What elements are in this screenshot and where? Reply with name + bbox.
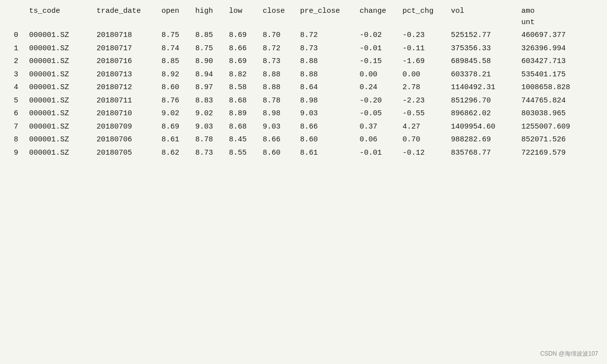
cell-low: 8.58 [225,81,258,95]
table-row: 8000001.SZ201807068.618.788.458.668.600.… [10,133,597,147]
col-header-index [10,5,25,29]
cell-change: -0.02 [356,29,398,42]
cell-vol: 603378.21 [447,68,517,82]
cell-close: 8.88 [259,81,296,95]
cell-amount: 803038.965 [517,107,597,121]
cell-low: 8.55 [225,147,258,160]
cell-ts_code: 000001.SZ [25,121,93,134]
cell-index: 5 [10,95,25,108]
cell-change: -0.01 [356,147,398,160]
cell-trade_date: 20180716 [93,55,158,68]
cell-open: 8.61 [158,133,191,147]
cell-pct_chg: -0.12 [398,147,447,160]
cell-pct_chg: 0.70 [398,133,447,147]
cell-pre_close: 8.60 [296,133,356,147]
cell-amount: 460697.377 [517,29,597,42]
cell-index: 4 [10,81,25,95]
table-body: 0000001.SZ201807188.758.858.698.708.72-0… [10,29,597,160]
col-header-trade_date: trade_date [93,5,158,29]
cell-trade_date: 20180718 [93,29,158,42]
cell-pct_chg: -0.11 [398,42,447,56]
cell-trade_date: 20180711 [93,95,158,108]
cell-open: 8.92 [158,68,191,82]
cell-close: 8.66 [259,133,296,147]
cell-low: 8.82 [225,68,258,82]
cell-amount: 603427.713 [517,55,597,68]
cell-index: 3 [10,68,25,82]
cell-trade_date: 20180717 [93,42,158,56]
cell-change: -0.20 [356,95,398,108]
cell-open: 8.76 [158,95,191,108]
cell-ts_code: 000001.SZ [25,55,93,68]
cell-pct_chg: -2.23 [398,95,447,108]
cell-close: 9.03 [259,121,296,134]
cell-amount: 722169.579 [517,147,597,160]
cell-ts_code: 000001.SZ [25,81,93,95]
cell-ts_code: 000001.SZ [25,42,93,56]
cell-close: 8.88 [259,68,296,82]
col-header-close: close [259,5,296,29]
cell-change: -0.15 [356,55,398,68]
cell-ts_code: 000001.SZ [25,133,93,147]
cell-pre_close: 8.64 [296,81,356,95]
table-row: 0000001.SZ201807188.758.858.698.708.72-0… [10,29,597,42]
col-header-pre_close: pre_close [296,5,356,29]
cell-change: 0.37 [356,121,398,134]
cell-ts_code: 000001.SZ [25,29,93,42]
cell-change: -0.05 [356,107,398,121]
col-header-high: high [191,5,225,29]
col-header-change: change [356,5,398,29]
cell-amount: 535401.175 [517,68,597,82]
table-wrapper: ts_code trade_date open high low close p… [10,5,597,354]
cell-trade_date: 20180712 [93,81,158,95]
cell-open: 8.85 [158,55,191,68]
cell-high: 8.83 [191,95,225,108]
cell-high: 8.94 [191,68,225,82]
cell-vol: 851296.70 [447,95,517,108]
table-row: 2000001.SZ201807168.858.908.698.738.88-0… [10,55,597,68]
cell-index: 9 [10,147,25,160]
cell-pre_close: 9.03 [296,107,356,121]
cell-low: 8.66 [225,42,258,56]
table-row: 3000001.SZ201807138.928.948.828.888.880.… [10,68,597,82]
cell-vol: 1409954.60 [447,121,517,134]
main-container: ts_code trade_date open high low close p… [0,0,607,364]
cell-close: 8.78 [259,95,296,108]
cell-pre_close: 8.88 [296,55,356,68]
cell-pre_close: 8.61 [296,147,356,160]
cell-amount: 1008658.828 [517,81,597,95]
cell-amount: 852071.526 [517,133,597,147]
cell-vol: 988282.69 [447,133,517,147]
cell-trade_date: 20180709 [93,121,158,134]
cell-high: 8.85 [191,29,225,42]
table-row: 7000001.SZ201807098.699.038.689.038.660.… [10,121,597,134]
cell-vol: 689845.58 [447,55,517,68]
watermark: CSDN @海绵波波107 [540,350,598,358]
cell-index: 1 [10,42,25,56]
cell-trade_date: 20180706 [93,133,158,147]
cell-vol: 375356.33 [447,42,517,56]
cell-low: 8.89 [225,107,258,121]
cell-pre_close: 8.88 [296,68,356,82]
cell-low: 8.69 [225,55,258,68]
cell-vol: 1140492.31 [447,81,517,95]
cell-high: 8.73 [191,147,225,160]
cell-high: 9.03 [191,121,225,134]
cell-vol: 835768.77 [447,147,517,160]
cell-pct_chg: 4.27 [398,121,447,134]
cell-amount: 326396.994 [517,42,597,56]
cell-close: 8.70 [259,29,296,42]
cell-trade_date: 20180713 [93,68,158,82]
cell-index: 8 [10,133,25,147]
cell-high: 8.90 [191,55,225,68]
cell-index: 7 [10,121,25,134]
cell-high: 8.97 [191,81,225,95]
table-row: 9000001.SZ201807058.628.738.558.608.61-0… [10,147,597,160]
data-table: ts_code trade_date open high low close p… [10,5,597,160]
cell-low: 8.45 [225,133,258,147]
col-header-low: low [225,5,258,29]
cell-change: -0.01 [356,42,398,56]
cell-open: 8.60 [158,81,191,95]
cell-trade_date: 20180705 [93,147,158,160]
table-row: 6000001.SZ201807109.029.028.898.989.03-0… [10,107,597,121]
